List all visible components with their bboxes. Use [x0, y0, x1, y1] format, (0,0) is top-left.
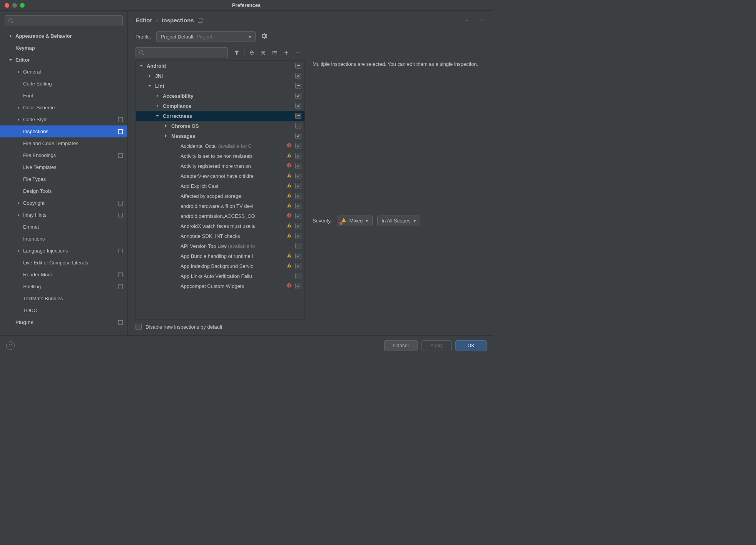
sidebar-item[interactable]: Inlay Hints: [0, 209, 127, 221]
inspection-row[interactable]: Affected by scoped storage: [136, 191, 304, 201]
sidebar: Appearance & BehaviorKeymapEditorGeneral…: [0, 11, 128, 335]
collapse-all-button[interactable]: [258, 47, 269, 58]
inspection-checkbox[interactable]: [295, 203, 301, 209]
chevron-icon: [148, 74, 153, 77]
inspection-row[interactable]: Activity registered more than on: [136, 161, 304, 171]
inspection-row[interactable]: JNI: [136, 71, 304, 81]
inspection-row[interactable]: App Indexing Background Servic: [136, 261, 304, 271]
inspection-checkbox[interactable]: [295, 103, 301, 109]
sidebar-item[interactable]: Keymap: [0, 42, 127, 54]
inspection-row[interactable]: API Version Too Low (available fo: [136, 241, 304, 251]
sidebar-item[interactable]: Plugins: [0, 316, 127, 328]
svg-rect-16: [289, 166, 290, 167]
inspection-checkbox[interactable]: [295, 283, 301, 289]
inspection-checkbox[interactable]: [295, 73, 301, 79]
inspection-checkbox[interactable]: [295, 193, 301, 199]
inspection-row[interactable]: android.hardware.wifi on TV devi: [136, 201, 304, 211]
inspection-checkbox[interactable]: [295, 163, 301, 169]
inspection-row[interactable]: Appcompat Custom Widgets: [136, 281, 304, 291]
inspection-checkbox[interactable]: [295, 63, 301, 69]
sidebar-item[interactable]: Intentions: [0, 233, 127, 245]
inspection-search[interactable]: [135, 47, 228, 58]
inspection-row[interactable]: Accidental Octal (available for C: [136, 141, 304, 151]
inspection-checkbox[interactable]: [295, 173, 301, 179]
nav-back-icon[interactable]: ←: [464, 16, 471, 24]
inspection-row[interactable]: Chrome OS: [136, 121, 304, 131]
inspection-checkbox[interactable]: [295, 183, 301, 189]
inspection-row[interactable]: Annotate SDK_INT checks: [136, 231, 304, 241]
inspection-checkbox[interactable]: [295, 123, 301, 129]
inspection-row[interactable]: AndroidX watch faces must use a: [136, 221, 304, 231]
sidebar-item[interactable]: Language Injections: [0, 245, 127, 257]
apply-button[interactable]: Apply: [421, 340, 452, 351]
inspection-checkbox[interactable]: [295, 143, 301, 149]
add-button[interactable]: [281, 47, 292, 58]
reset-button[interactable]: [269, 47, 281, 58]
sidebar-item[interactable]: Design Tools: [0, 185, 127, 197]
inspection-row[interactable]: android.permission.ACCESS_CO: [136, 211, 304, 221]
scope-dropdown[interactable]: In All Scopes ▾: [377, 216, 420, 226]
severity-dropdown[interactable]: Mixed ▾: [337, 216, 373, 226]
inspection-row[interactable]: Correctness: [136, 111, 304, 121]
gear-icon[interactable]: [261, 33, 267, 40]
inspection-checkbox[interactable]: [295, 243, 301, 249]
inspection-row[interactable]: App Bundle handling of runtime l: [136, 251, 304, 261]
sidebar-item[interactable]: Emmet: [0, 221, 127, 233]
inspection-checkbox[interactable]: [295, 273, 301, 279]
sidebar-search[interactable]: [5, 15, 123, 26]
sidebar-item[interactable]: Code Style: [0, 114, 127, 125]
sidebar-item[interactable]: File Encodings: [0, 149, 127, 161]
inspection-row[interactable]: Activity is set to be non resizeab: [136, 151, 304, 161]
chevron-icon: [16, 225, 21, 229]
nav-forward-icon[interactable]: →: [478, 16, 485, 24]
inspection-checkbox[interactable]: [295, 223, 301, 229]
inspection-checkbox[interactable]: [295, 213, 301, 219]
inspection-checkbox[interactable]: [295, 93, 301, 99]
sidebar-item[interactable]: Appearance & Behavior: [0, 30, 127, 42]
ok-button[interactable]: OK: [455, 340, 487, 351]
inspection-row[interactable]: Messages: [136, 131, 304, 141]
sidebar-item[interactable]: Code Editing: [0, 78, 127, 90]
sidebar-item[interactable]: Inspections: [0, 125, 127, 137]
inspection-checkbox[interactable]: [295, 253, 301, 259]
minimize-window-button[interactable]: [12, 3, 17, 8]
chevron-icon: [16, 249, 21, 253]
close-window-button[interactable]: [5, 3, 9, 8]
sidebar-item[interactable]: General: [0, 66, 127, 78]
sidebar-item[interactable]: Live Templates: [0, 161, 127, 173]
inspection-checkbox[interactable]: [295, 133, 301, 139]
sidebar-item[interactable]: Spelling: [0, 281, 127, 293]
sidebar-item[interactable]: Reader Mode: [0, 269, 127, 281]
inspection-row[interactable]: Compliance: [136, 101, 304, 111]
sidebar-item[interactable]: Copyright: [0, 197, 127, 209]
cancel-button[interactable]: Cancel: [384, 340, 417, 351]
sidebar-item[interactable]: TODO: [0, 304, 127, 316]
sidebar-item[interactable]: Color Scheme: [0, 102, 127, 114]
error-icon: [287, 213, 293, 219]
help-button[interactable]: ?: [6, 341, 15, 350]
inspection-checkbox[interactable]: [295, 233, 301, 239]
inspection-tree[interactable]: AndroidJNILintAccessibilityComplianceCor…: [135, 60, 305, 320]
sidebar-item[interactable]: File Types: [0, 173, 127, 185]
zoom-window-button[interactable]: [20, 3, 25, 8]
inspection-checkbox[interactable]: [295, 113, 301, 119]
inspection-row[interactable]: App Links Auto Verification Failu: [136, 271, 304, 281]
remove-button[interactable]: [292, 47, 304, 58]
inspection-checkbox[interactable]: [295, 263, 301, 269]
inspection-checkbox[interactable]: [295, 83, 301, 89]
profile-dropdown[interactable]: Project Default Project ▾: [156, 31, 256, 42]
sidebar-item[interactable]: TextMate Bundles: [0, 293, 127, 304]
filter-button[interactable]: [231, 47, 243, 58]
sidebar-item[interactable]: File and Code Templates: [0, 137, 127, 149]
inspection-row[interactable]: Add Explicit Cast: [136, 181, 304, 191]
inspection-row[interactable]: AdapterView cannot have childre: [136, 171, 304, 181]
expand-all-button[interactable]: [246, 47, 258, 58]
inspection-checkbox[interactable]: [295, 153, 301, 159]
disable-new-inspections-checkbox[interactable]: [135, 324, 142, 330]
inspection-row[interactable]: Accessibility: [136, 91, 304, 101]
sidebar-item[interactable]: Live Edit of Compose Literals: [0, 257, 127, 269]
inspection-row[interactable]: Lint: [136, 81, 304, 91]
sidebar-item[interactable]: Font: [0, 90, 127, 102]
inspection-row[interactable]: Android: [136, 61, 304, 71]
sidebar-item[interactable]: Editor: [0, 54, 127, 66]
